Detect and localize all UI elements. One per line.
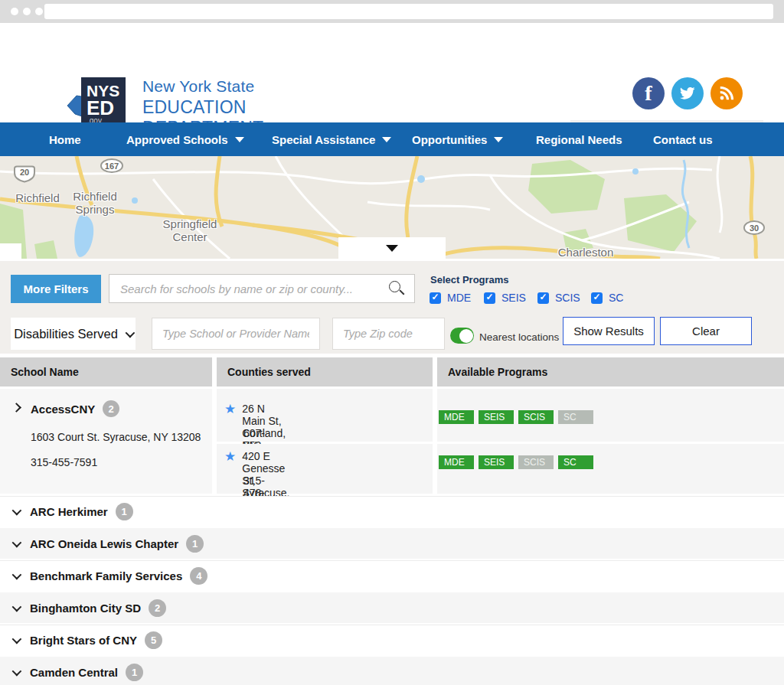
- table-row[interactable]: Binghamton City SD 2: [0, 592, 784, 623]
- chevron-down-icon: [382, 137, 391, 142]
- map[interactable]: Richfield Richfield Springs Springfield …: [0, 156, 784, 259]
- chevron-down-icon: [12, 537, 22, 547]
- triangle-down-icon: [386, 245, 398, 252]
- chevron-right-icon: [11, 403, 21, 413]
- toggle-knob: [459, 329, 473, 343]
- nav-item-opportunities[interactable]: Opportunities: [412, 122, 503, 156]
- chevron-down-icon: [235, 137, 244, 142]
- program-checkbox-seis[interactable]: SEIS: [484, 292, 526, 304]
- school-name-input[interactable]: [152, 318, 320, 350]
- school-name: ARC Herkimer: [30, 505, 108, 518]
- location-count-badge: 5: [145, 631, 162, 649]
- location-count-badge: 2: [103, 400, 119, 417]
- filter-panel: More Filters Select Programs MDE SEIS SC…: [0, 259, 784, 354]
- window-dot-icon: [23, 8, 31, 15]
- table-row[interactable]: Camden Central 1: [0, 657, 784, 685]
- school-search-input[interactable]: [109, 274, 415, 303]
- more-filters-button[interactable]: More Filters: [11, 275, 101, 303]
- chevron-down-icon: [12, 666, 22, 676]
- clear-button[interactable]: Clear: [660, 317, 752, 345]
- disabilities-served-dropdown[interactable]: Disabilities Served: [11, 318, 136, 350]
- table-row-expanded: AccessCNY 2 1603 Court St. Syracuse, NY …: [0, 389, 784, 494]
- map-label: Springfield Center: [152, 217, 228, 243]
- brand-line1: New York State: [142, 77, 372, 96]
- select-programs-label: Select Programs: [430, 274, 509, 285]
- chevron-down-icon: [12, 570, 22, 580]
- window-dot-icon: [35, 8, 43, 15]
- nav-item-home[interactable]: Home: [49, 122, 81, 156]
- chevron-down-icon: [494, 137, 503, 142]
- program-badge: SCIS: [518, 410, 554, 424]
- map-control-box: [0, 243, 21, 259]
- location-count-badge: 1: [126, 664, 143, 681]
- route-badge: 30: [743, 220, 765, 235]
- program-badges: MDE SEIS SCIS SC: [439, 455, 593, 469]
- program-badge: SCIS: [518, 455, 554, 469]
- map-label: Richfield Springs: [63, 190, 127, 216]
- checkbox-checked-icon[interactable]: [591, 292, 603, 304]
- program-badge: MDE: [439, 410, 474, 424]
- school-name: Camden Central: [30, 666, 118, 679]
- school-name: ARC Oneida Lewis Chapter: [30, 537, 178, 550]
- school-phone: 315-455-7591: [31, 456, 97, 468]
- route-badge: 167: [100, 158, 123, 173]
- school-address: 1603 Court St. Syracuse, NY 13208: [31, 431, 201, 443]
- program-checkbox-sc[interactable]: SC: [591, 292, 623, 304]
- program-badge: SEIS: [479, 455, 514, 469]
- column-header-available-programs: Available Programs: [437, 357, 784, 387]
- rss-icon[interactable]: [710, 77, 743, 109]
- map-collapse-tab[interactable]: [338, 237, 446, 259]
- map-label: Charleston: [536, 246, 635, 259]
- program-badge: SC: [558, 455, 593, 469]
- chevron-down-icon: [125, 328, 135, 338]
- nav-item-special-assistance[interactable]: Special Assistance: [272, 122, 391, 156]
- chevron-down-icon: [12, 602, 22, 612]
- route-shield-badge: 20: [12, 165, 37, 183]
- browser-chrome: [0, 0, 784, 23]
- location-count-badge: 1: [186, 535, 204, 553]
- nav-item-approved-schools[interactable]: Approved Schools: [126, 122, 244, 156]
- column-header-counties-served: Counties served: [217, 357, 433, 387]
- program-badge: SEIS: [479, 410, 514, 424]
- page: NYS ED .gov New York State EDUCATION DEP…: [0, 0, 784, 685]
- show-results-button[interactable]: Show Results: [563, 317, 655, 345]
- address-bar[interactable]: [44, 4, 773, 19]
- checkbox-checked-icon[interactable]: [484, 292, 495, 304]
- school-name: Benchmark Family Services: [30, 569, 182, 582]
- school-cell[interactable]: AccessCNY 2 1603 Court St. Syracuse, NY …: [0, 389, 212, 494]
- nearest-locations-toggle[interactable]: [450, 328, 474, 344]
- table-row[interactable]: Benchmark Family Services 4: [0, 560, 784, 591]
- program-badge: SC: [558, 410, 593, 424]
- location-count-badge: 4: [190, 567, 207, 585]
- program-checkbox-scis[interactable]: SCIS: [537, 292, 580, 304]
- table-row[interactable]: ARC Oneida Lewis Chapter 1: [0, 528, 784, 559]
- nav-item-contact-us[interactable]: Contact us: [653, 122, 713, 156]
- table-row[interactable]: Bright Stars of CNY 5: [0, 625, 784, 655]
- program-badge: MDE: [439, 455, 474, 469]
- chevron-down-icon: [12, 506, 22, 516]
- site-header: NYS ED .gov New York State EDUCATION DEP…: [0, 23, 784, 122]
- checkbox-checked-icon[interactable]: [430, 292, 441, 304]
- checkbox-checked-icon[interactable]: [537, 292, 549, 304]
- school-name: Binghamton City SD: [30, 602, 141, 615]
- school-name: AccessCNY: [31, 403, 95, 416]
- location-count-badge: 2: [149, 599, 166, 617]
- facebook-icon[interactable]: f: [632, 77, 665, 109]
- location-count-badge: 1: [116, 503, 133, 520]
- window-dot-icon: [11, 8, 18, 15]
- search-icon[interactable]: [389, 281, 400, 292]
- program-badges: MDE SEIS SCIS SC: [439, 410, 593, 424]
- nearest-locations-label: Nearest locations: [479, 331, 559, 343]
- main-nav: Home Approved Schools Special Assistance…: [0, 122, 784, 156]
- table-row[interactable]: ARC Herkimer 1: [0, 496, 784, 527]
- nav-item-regional-needs[interactable]: Regional Needs: [536, 122, 622, 156]
- program-checkbox-mde[interactable]: MDE: [430, 292, 471, 304]
- school-name: Bright Stars of CNY: [30, 634, 137, 647]
- map-label: Richfield: [8, 191, 67, 204]
- column-header-school-name: School Name: [0, 357, 212, 387]
- twitter-icon[interactable]: [671, 77, 704, 109]
- zip-code-input[interactable]: [332, 318, 445, 350]
- chevron-down-icon: [12, 634, 22, 644]
